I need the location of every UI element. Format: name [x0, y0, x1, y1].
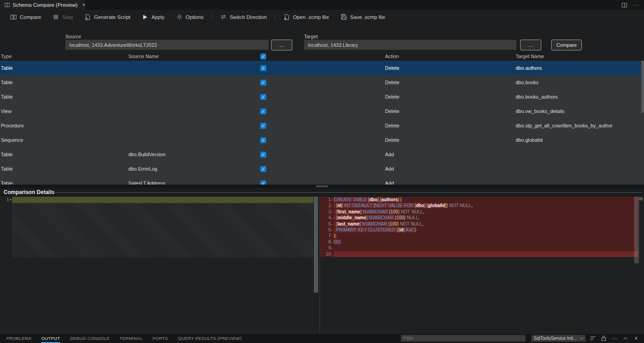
- row-include-checkbox[interactable]: ✓: [260, 166, 266, 172]
- generate-script-button[interactable]: Generate Script: [79, 12, 136, 23]
- details-divider: [53, 192, 642, 193]
- grid-rows: Table✓Deletedbo.authorsTable✓Deletedbo.b…: [0, 61, 644, 185]
- diff-deleted-line: 7-);: [320, 233, 638, 239]
- row-type: Procedure: [1, 123, 128, 128]
- tab-schema-compare[interactable]: Schema Compare (Preview) ×: [0, 0, 86, 10]
- diff-added-line: [12, 197, 313, 203]
- diff-deleted-line: 1-CREATE TABLE [dbo].[authors] (: [320, 197, 638, 203]
- panel-tab-output[interactable]: OUTPUT: [41, 334, 60, 343]
- play-icon: [142, 14, 149, 20]
- target-input[interactable]: [304, 40, 517, 50]
- row-type: Table: [1, 152, 128, 157]
- table-row[interactable]: Procedure✓Deletedbo.stp_get_all_cowritte…: [0, 118, 644, 133]
- row-target-name: dbo.globalId: [516, 137, 644, 143]
- compare-toolbar-button[interactable]: Compare: [5, 12, 47, 23]
- split-editor-icon[interactable]: [621, 2, 627, 8]
- chevron-down-icon: [580, 337, 583, 340]
- column-header-target-name[interactable]: Target Name: [516, 54, 644, 59]
- save-scmp-button[interactable]: Save .scmp file: [335, 12, 391, 23]
- apply-button[interactable]: Apply: [136, 12, 171, 23]
- panel-tab-ports[interactable]: PORTS: [153, 334, 168, 343]
- options-button[interactable]: Options: [170, 12, 209, 23]
- output-channel-select[interactable]: SqlToolsService Initializ: [531, 335, 585, 342]
- diff-right-scroll-thumb[interactable]: [634, 197, 639, 263]
- row-action: Delete: [385, 123, 516, 128]
- diff-source-pane[interactable]: 1+: [0, 197, 319, 333]
- table-row[interactable]: Table✓Deletedbo.authors: [0, 61, 644, 75]
- row-include-checkbox[interactable]: ✓: [260, 152, 266, 158]
- panel-tab-problems[interactable]: PROBLEMS: [6, 334, 32, 343]
- target-label: Target: [304, 34, 318, 39]
- row-include-checkbox[interactable]: ✓: [260, 181, 266, 185]
- column-header-source-name[interactable]: Source Name: [128, 54, 260, 59]
- table-row[interactable]: TableSalesLT.Address✓Add: [0, 176, 644, 185]
- more-actions-icon[interactable]: ···: [611, 335, 618, 342]
- compare-action-button[interactable]: Compare: [551, 40, 582, 50]
- row-include-checkbox[interactable]: ✓: [260, 80, 266, 86]
- row-target-name: dbo.books: [516, 80, 644, 85]
- diff-right-scrollbar[interactable]: [634, 197, 644, 333]
- column-header-type[interactable]: Type: [1, 54, 128, 59]
- table-row[interactable]: Tabledbo.ErrorLog✓Add: [0, 162, 644, 176]
- open-scmp-button[interactable]: Open .scmp file: [277, 12, 335, 23]
- row-source-name: dbo.ErrorLog: [128, 166, 260, 172]
- sash-grip[interactable]: [316, 185, 328, 187]
- source-browse-button[interactable]: …: [271, 40, 292, 50]
- maximize-panel-icon[interactable]: [622, 335, 629, 342]
- editor-more-actions-icon[interactable]: ···: [633, 2, 639, 8]
- output-filter-input[interactable]: [401, 335, 526, 342]
- column-header-action[interactable]: Action: [385, 54, 516, 59]
- connection-section: Source … Target … Compare: [0, 24, 644, 52]
- row-include-checkbox[interactable]: ✓: [260, 137, 266, 143]
- row-type: Table: [1, 80, 128, 85]
- switch-direction-button[interactable]: Switch Direction: [214, 12, 272, 23]
- stop-toolbar-button[interactable]: Stop: [47, 12, 79, 23]
- toolbar-separator: [212, 14, 212, 20]
- panel-tab-debug-console[interactable]: DEBUG CONSOLE: [70, 334, 109, 343]
- close-panel-icon[interactable]: ×: [633, 335, 639, 342]
- row-source-name: dbo.BuildVersion: [128, 152, 260, 157]
- row-include-checkbox[interactable]: ✓: [260, 94, 266, 100]
- editor-tab-bar: Schema Compare (Preview) × ···: [0, 0, 644, 10]
- row-target-name: dbo.vw_books_details: [516, 108, 644, 114]
- target-browse-button[interactable]: …: [520, 40, 541, 50]
- table-row[interactable]: View✓Deletedbo.vw_books_details: [0, 104, 644, 118]
- schema-compare-toolbar: Compare Stop Generate Script Apply Optio…: [0, 10, 644, 24]
- options-label: Options: [186, 14, 204, 20]
- grid-scrollbar[interactable]: [641, 61, 644, 185]
- diff-deleted-line: 4- [middle_name] NVARCHAR (100) NULL,: [320, 215, 638, 221]
- table-row[interactable]: Table✓Deletedbo.books_authors: [0, 90, 644, 104]
- row-action: Delete: [385, 108, 516, 114]
- bottom-panel: PROBLEMSOUTPUTDEBUG CONSOLETERMINALPORTS…: [0, 333, 644, 343]
- diff-deleted-line: 5- [last_name] NVARCHAR (100) NOT NULL,: [320, 221, 638, 227]
- source-input[interactable]: [65, 40, 269, 50]
- table-row[interactable]: Sequence✓Deletedbo.globalId: [0, 133, 644, 147]
- row-type: Table: [1, 65, 128, 71]
- open-scmp-label: Open .scmp file: [293, 14, 329, 20]
- table-row[interactable]: Tabledbo.BuildVersion✓Add: [0, 147, 644, 162]
- source-label: Source: [65, 34, 81, 39]
- row-include-checkbox[interactable]: ✓: [260, 108, 266, 114]
- save-icon: [340, 14, 347, 20]
- row-action: Delete: [385, 137, 516, 143]
- stop-label: Stop: [62, 14, 73, 20]
- diff-left-scrollbar[interactable]: [314, 197, 318, 293]
- save-scmp-label: Save .scmp file: [350, 14, 385, 20]
- lock-icon[interactable]: [600, 335, 607, 342]
- row-action: Delete: [385, 94, 516, 99]
- open-file-icon: [283, 14, 290, 20]
- table-row[interactable]: Table✓Deletedbo.books: [0, 75, 644, 90]
- stop-icon: [53, 14, 59, 20]
- row-include-checkbox[interactable]: ✓: [260, 65, 266, 71]
- row-include-checkbox[interactable]: ✓: [260, 123, 266, 129]
- diff-deleted-line: 8-GO: [320, 239, 638, 245]
- clear-output-icon[interactable]: [590, 335, 596, 342]
- tab-close-icon[interactable]: ×: [82, 2, 85, 8]
- row-type: Table: [1, 181, 128, 185]
- panel-tab-terminal[interactable]: TERMINAL: [120, 334, 143, 343]
- select-all-checkbox[interactable]: ✓: [260, 54, 266, 59]
- row-action: Delete: [385, 65, 516, 71]
- horizontal-sash[interactable]: [0, 185, 644, 188]
- diff-target-pane[interactable]: 1-CREATE TABLE [dbo].[authors] (2- [id] …: [320, 197, 644, 333]
- panel-tab-query-results-preview[interactable]: QUERY RESULTS (PREVIEW): [178, 334, 241, 343]
